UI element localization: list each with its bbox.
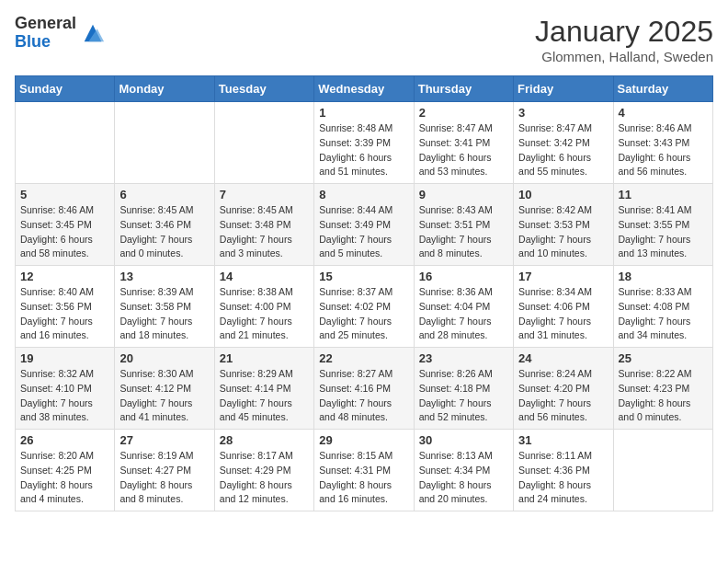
day-number: 23 <box>419 351 508 365</box>
day-info: Sunrise: 8:36 AMSunset: 4:04 PMDaylight:… <box>419 285 508 343</box>
calendar-cell: 25Sunrise: 8:22 AMSunset: 4:23 PMDayligh… <box>613 348 712 430</box>
day-info: Sunrise: 8:24 AMSunset: 4:20 PMDaylight:… <box>518 367 608 425</box>
location: Glommen, Halland, Sweden <box>535 49 713 64</box>
day-number: 28 <box>220 433 309 447</box>
day-number: 5 <box>20 188 109 201</box>
weekday-header-wednesday: Wednesday <box>314 76 414 102</box>
day-number: 1 <box>319 106 408 120</box>
day-number: 17 <box>518 270 608 283</box>
calendar-cell: 22Sunrise: 8:27 AMSunset: 4:16 PMDayligh… <box>314 348 414 430</box>
month-title: January 2025 <box>535 15 713 49</box>
day-number: 18 <box>619 270 708 283</box>
weekday-header-row: SundayMondayTuesdayWednesdayThursdayFrid… <box>16 76 713 102</box>
day-info: Sunrise: 8:33 AMSunset: 4:08 PMDaylight:… <box>619 285 708 343</box>
day-number: 9 <box>419 188 508 201</box>
calendar-cell <box>214 102 313 184</box>
calendar-cell: 18Sunrise: 8:33 AMSunset: 4:08 PMDayligh… <box>613 266 712 348</box>
weekday-header-sunday: Sunday <box>16 76 115 102</box>
day-number: 26 <box>20 433 109 447</box>
calendar-cell: 29Sunrise: 8:15 AMSunset: 4:31 PMDayligh… <box>314 430 414 511</box>
week-row-1: 1Sunrise: 8:48 AMSunset: 3:39 PMDaylight… <box>16 102 713 184</box>
day-number: 16 <box>419 270 508 283</box>
calendar-cell: 5Sunrise: 8:46 AMSunset: 3:45 PMDaylight… <box>16 184 115 266</box>
day-number: 15 <box>319 270 408 283</box>
day-info: Sunrise: 8:46 AMSunset: 3:45 PMDaylight:… <box>20 203 109 261</box>
day-info: Sunrise: 8:45 AMSunset: 3:46 PMDaylight:… <box>119 203 209 261</box>
day-number: 13 <box>119 270 209 283</box>
calendar-cell: 6Sunrise: 8:45 AMSunset: 3:46 PMDaylight… <box>115 184 214 266</box>
day-info: Sunrise: 8:32 AMSunset: 4:10 PMDaylight:… <box>20 367 109 425</box>
weekday-header-monday: Monday <box>115 76 214 102</box>
day-info: Sunrise: 8:47 AMSunset: 3:41 PMDaylight:… <box>419 121 508 179</box>
day-info: Sunrise: 8:20 AMSunset: 4:25 PMDaylight:… <box>20 449 109 507</box>
day-number: 24 <box>518 351 608 365</box>
calendar-cell <box>115 102 214 184</box>
calendar-cell: 12Sunrise: 8:40 AMSunset: 3:56 PMDayligh… <box>16 266 115 348</box>
calendar-cell <box>613 430 712 511</box>
day-info: Sunrise: 8:42 AMSunset: 3:53 PMDaylight:… <box>518 203 608 261</box>
day-info: Sunrise: 8:29 AMSunset: 4:14 PMDaylight:… <box>220 367 309 425</box>
calendar-cell: 30Sunrise: 8:13 AMSunset: 4:34 PMDayligh… <box>414 430 513 511</box>
logo-general: General <box>15 15 76 33</box>
weekday-header-friday: Friday <box>514 76 613 102</box>
day-number: 27 <box>119 433 209 447</box>
calendar-cell: 2Sunrise: 8:47 AMSunset: 3:41 PMDaylight… <box>414 102 513 184</box>
day-number: 7 <box>220 188 309 201</box>
weekday-header-saturday: Saturday <box>613 76 712 102</box>
day-number: 10 <box>518 188 608 201</box>
day-info: Sunrise: 8:45 AMSunset: 3:48 PMDaylight:… <box>220 203 309 261</box>
day-info: Sunrise: 8:40 AMSunset: 3:56 PMDaylight:… <box>20 285 109 343</box>
day-info: Sunrise: 8:15 AMSunset: 4:31 PMDaylight:… <box>319 449 408 507</box>
day-number: 19 <box>20 351 109 365</box>
weekday-header-tuesday: Tuesday <box>214 76 313 102</box>
title-block: January 2025 Glommen, Halland, Sweden <box>535 15 713 64</box>
calendar-cell: 4Sunrise: 8:46 AMSunset: 3:43 PMDaylight… <box>613 102 712 184</box>
day-info: Sunrise: 8:46 AMSunset: 3:43 PMDaylight:… <box>619 121 708 179</box>
calendar-cell: 28Sunrise: 8:17 AMSunset: 4:29 PMDayligh… <box>214 430 313 511</box>
calendar-cell: 31Sunrise: 8:11 AMSunset: 4:36 PMDayligh… <box>514 430 613 511</box>
day-number: 21 <box>220 351 309 365</box>
day-number: 11 <box>619 188 708 201</box>
day-info: Sunrise: 8:47 AMSunset: 3:42 PMDaylight:… <box>518 121 608 179</box>
calendar-cell: 24Sunrise: 8:24 AMSunset: 4:20 PMDayligh… <box>514 348 613 430</box>
day-number: 14 <box>220 270 309 283</box>
calendar-cell: 16Sunrise: 8:36 AMSunset: 4:04 PMDayligh… <box>414 266 513 348</box>
calendar-cell: 9Sunrise: 8:43 AMSunset: 3:51 PMDaylight… <box>414 184 513 266</box>
calendar-cell: 23Sunrise: 8:26 AMSunset: 4:18 PMDayligh… <box>414 348 513 430</box>
calendar-cell: 10Sunrise: 8:42 AMSunset: 3:53 PMDayligh… <box>514 184 613 266</box>
day-info: Sunrise: 8:22 AMSunset: 4:23 PMDaylight:… <box>619 367 708 425</box>
day-number: 29 <box>319 433 408 447</box>
logo-icon <box>80 20 106 46</box>
day-number: 6 <box>119 188 209 201</box>
calendar-cell: 11Sunrise: 8:41 AMSunset: 3:55 PMDayligh… <box>613 184 712 266</box>
calendar-cell: 20Sunrise: 8:30 AMSunset: 4:12 PMDayligh… <box>115 348 214 430</box>
day-number: 30 <box>419 433 508 447</box>
week-row-2: 5Sunrise: 8:46 AMSunset: 3:45 PMDaylight… <box>16 184 713 266</box>
day-number: 25 <box>619 351 708 365</box>
day-number: 2 <box>419 106 508 120</box>
day-info: Sunrise: 8:13 AMSunset: 4:34 PMDaylight:… <box>419 449 508 507</box>
page-header: General Blue January 2025 Glommen, Halla… <box>15 15 713 64</box>
calendar-cell: 19Sunrise: 8:32 AMSunset: 4:10 PMDayligh… <box>16 348 115 430</box>
day-info: Sunrise: 8:34 AMSunset: 4:06 PMDaylight:… <box>518 285 608 343</box>
day-number: 31 <box>518 433 608 447</box>
calendar-cell: 27Sunrise: 8:19 AMSunset: 4:27 PMDayligh… <box>115 430 214 511</box>
week-row-3: 12Sunrise: 8:40 AMSunset: 3:56 PMDayligh… <box>16 266 713 348</box>
day-number: 8 <box>319 188 408 201</box>
logo: General Blue <box>15 15 106 52</box>
calendar-cell: 7Sunrise: 8:45 AMSunset: 3:48 PMDaylight… <box>214 184 313 266</box>
day-info: Sunrise: 8:48 AMSunset: 3:39 PMDaylight:… <box>319 121 408 179</box>
calendar-cell: 13Sunrise: 8:39 AMSunset: 3:58 PMDayligh… <box>115 266 214 348</box>
day-number: 4 <box>619 106 708 120</box>
logo-blue: Blue <box>15 33 76 52</box>
day-info: Sunrise: 8:11 AMSunset: 4:36 PMDaylight:… <box>518 449 608 507</box>
day-info: Sunrise: 8:39 AMSunset: 3:58 PMDaylight:… <box>119 285 209 343</box>
week-row-4: 19Sunrise: 8:32 AMSunset: 4:10 PMDayligh… <box>16 348 713 430</box>
day-info: Sunrise: 8:43 AMSunset: 3:51 PMDaylight:… <box>419 203 508 261</box>
day-info: Sunrise: 8:41 AMSunset: 3:55 PMDaylight:… <box>619 203 708 261</box>
day-number: 22 <box>319 351 408 365</box>
day-number: 12 <box>20 270 109 283</box>
calendar-cell: 1Sunrise: 8:48 AMSunset: 3:39 PMDaylight… <box>314 102 414 184</box>
calendar-cell: 3Sunrise: 8:47 AMSunset: 3:42 PMDaylight… <box>514 102 613 184</box>
day-info: Sunrise: 8:30 AMSunset: 4:12 PMDaylight:… <box>119 367 209 425</box>
